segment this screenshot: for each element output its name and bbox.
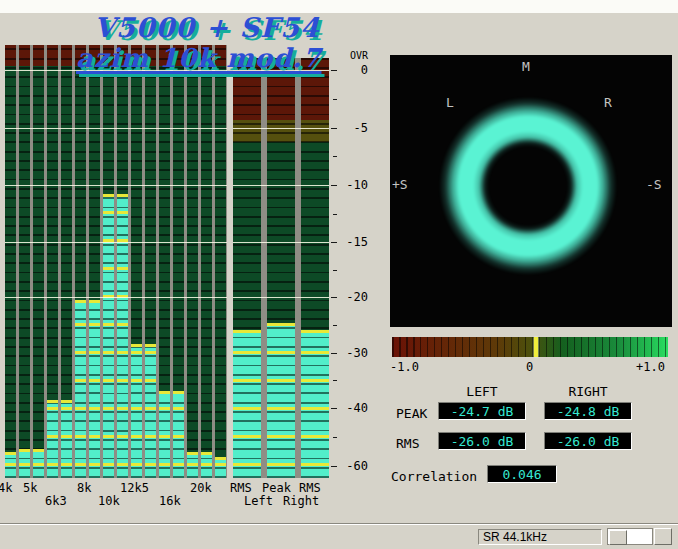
spectrum-bar xyxy=(89,45,100,478)
level-meters xyxy=(233,58,329,478)
spectrum-bar-fill xyxy=(103,194,114,478)
spectrum-bar xyxy=(145,45,156,478)
db-scale-tick xyxy=(331,185,337,186)
spectrum-bar-fill xyxy=(89,300,100,478)
meter-label-rms-right-top: RMS xyxy=(299,481,321,495)
spectrum-bar xyxy=(5,45,16,478)
level-meter-bar xyxy=(233,58,261,478)
gonio-label-minus-s: -S xyxy=(646,177,662,192)
status-bar: SR 44.1kHz xyxy=(0,523,678,549)
scrollbar-track[interactable] xyxy=(607,528,653,545)
freq-label-5k: 5k xyxy=(23,481,37,495)
spectrum-bar-fill xyxy=(61,400,72,478)
spectrum-bar-fill xyxy=(33,449,44,478)
spectrum-bar-fill xyxy=(187,452,198,479)
spectrum-bar xyxy=(19,45,30,478)
spectrum-bar xyxy=(187,45,198,478)
spectrum-bar xyxy=(131,45,142,478)
db-scale-label: -20 xyxy=(340,290,368,304)
rms-row-label: RMS xyxy=(396,436,419,451)
spectrum-bar-fill xyxy=(5,452,16,479)
rms-left-value: -26.0 dB xyxy=(438,432,526,450)
level-meter-fill xyxy=(267,323,295,478)
spectrum-bar-fill xyxy=(201,452,212,479)
db-scale-label: -5 xyxy=(340,121,368,135)
freq-label-4k: 4k xyxy=(0,481,12,495)
sample-rate-display: SR 44.1kHz xyxy=(478,529,602,545)
db-scale-minor-tick xyxy=(333,270,337,271)
level-meter-fill xyxy=(233,330,261,478)
spectrum-bar-fill xyxy=(215,457,226,478)
spectrum-bar xyxy=(173,45,184,478)
corr-scale-plus-one: +1.0 xyxy=(636,360,665,374)
spectrum-bar xyxy=(215,45,226,478)
spectrum-bar-fill xyxy=(75,300,86,478)
db-scale-label: 0 xyxy=(340,63,368,77)
title-line1: V5000 + SF54 xyxy=(94,12,321,43)
meter-label-left: Left xyxy=(244,494,273,508)
spectrum-bar-fill xyxy=(131,344,142,478)
readout-header-left: LEFT xyxy=(438,384,526,399)
correlation-label: Correlation xyxy=(391,469,477,484)
spectrum-gridline xyxy=(5,297,227,298)
title-overlay: V5000 + SF54 azim 10k mod.7 xyxy=(76,12,321,74)
freq-label-16k: 16k xyxy=(159,494,181,508)
goniometer-ring xyxy=(438,96,618,276)
freq-label-20k: 20k xyxy=(190,481,212,495)
spectrum-gridline xyxy=(5,185,227,186)
db-scale-minor-tick xyxy=(333,99,337,100)
gonio-label-l: L xyxy=(446,95,454,110)
spectrum-gridline xyxy=(5,128,227,129)
freq-label-8k: 8k xyxy=(77,481,91,495)
correlation-meter xyxy=(392,337,668,357)
spectrum-bar xyxy=(61,45,72,478)
level-meter-bar xyxy=(301,58,329,478)
spectrum-bar xyxy=(117,45,128,478)
db-scale-label: OVR xyxy=(340,50,368,61)
scrollbar-thumb[interactable] xyxy=(609,530,627,545)
meter-gridline xyxy=(233,297,329,298)
db-scale-tick xyxy=(331,128,337,129)
readout-header-right: RIGHT xyxy=(544,384,632,399)
db-scale-minor-tick xyxy=(333,380,337,381)
db-scale-minor-tick xyxy=(333,214,337,215)
freq-label-12k5: 12k5 xyxy=(120,481,149,495)
spectrum-bar-fill xyxy=(173,391,184,478)
spectrum-bar-fill xyxy=(145,344,156,478)
correlation-marker xyxy=(534,337,538,357)
meter-gridline xyxy=(233,242,329,243)
spectrum-bar-fill xyxy=(159,391,170,478)
spectrum-bar xyxy=(159,45,170,478)
peak-row-label: PEAK xyxy=(396,406,427,421)
meter-label-peak: Peak xyxy=(262,481,291,495)
level-meter-fill xyxy=(301,330,329,478)
app-root: 4k 5k 6k3 8k 10k 12k5 16k 20k RMS Peak R… xyxy=(0,0,678,549)
scrollbar-button[interactable] xyxy=(654,528,672,545)
db-scale-minor-tick xyxy=(333,437,337,438)
spectrum-bar-fill xyxy=(117,194,128,478)
peak-right-value: -24.8 dB xyxy=(544,402,632,420)
db-scale-label: -60 xyxy=(340,459,368,473)
spectrum-analyzer xyxy=(5,45,227,478)
rms-right-value: -26.0 dB xyxy=(544,432,632,450)
spectrum-bar-fill xyxy=(19,449,30,478)
spectrum-bar xyxy=(201,45,212,478)
meter-label-right: Right xyxy=(283,494,319,508)
goniometer: M L R +S -S xyxy=(390,55,672,327)
db-scale-tick xyxy=(331,353,337,354)
db-scale-tick xyxy=(331,70,337,71)
spectrum-bar-fill xyxy=(47,400,58,478)
db-scale-minor-tick xyxy=(333,325,337,326)
level-meter-bar xyxy=(267,58,295,478)
db-scale-label: -30 xyxy=(340,346,368,360)
corr-scale-zero: 0 xyxy=(526,360,533,374)
title-line2: azim 10k mod.7 xyxy=(76,43,321,74)
db-scale-minor-tick xyxy=(333,156,337,157)
freq-label-6k3: 6k3 xyxy=(45,494,67,508)
db-scale-tick xyxy=(331,242,337,243)
correlation-value: 0.046 xyxy=(487,465,557,483)
db-scale-label: -15 xyxy=(340,235,368,249)
spectrum-bar xyxy=(33,45,44,478)
db-scale-label: -40 xyxy=(340,401,368,415)
db-scale-label: -10 xyxy=(340,178,368,192)
